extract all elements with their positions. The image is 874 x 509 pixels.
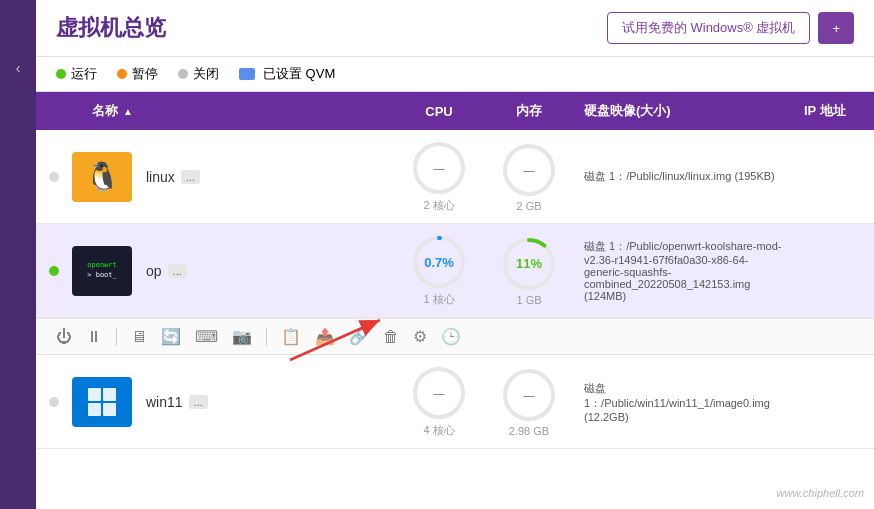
vm-disk: 磁盘 1：/Public/win11/win11_1/image0.img (1… [574, 381, 794, 423]
th-name[interactable]: 名称 ▲ [72, 92, 394, 130]
vm-name-col: linux ... [142, 169, 394, 185]
trial-button[interactable]: 试用免费的 Windows® 虚拟机 [607, 12, 811, 44]
status-running: 运行 [56, 65, 97, 83]
qvm-icon [239, 68, 255, 80]
vm-thumbnail: openwrt> boot_ [72, 246, 132, 296]
cpu-gauge: 0.7% [411, 234, 467, 290]
cpu-gauge: — [411, 140, 467, 196]
vm-mem: — 2 GB [484, 142, 574, 212]
status-qvm: 已设置 QVM [239, 65, 335, 83]
vm-mem: 11% 1 GB [484, 236, 574, 306]
table-row[interactable]: 🐧 linux ... — 2 核心 — [36, 130, 874, 224]
vm-status-dot [49, 172, 59, 182]
vm-disk: 磁盘 1：/Public/openwrt-koolshare-mod-v2.36… [574, 239, 794, 302]
export-icon[interactable]: 📤 [315, 327, 335, 346]
settings-icon[interactable]: ⚙ [413, 327, 427, 346]
th-disk[interactable]: 硬盘映像(大小) [574, 92, 794, 130]
vm-list: 🐧 linux ... — 2 核心 — [36, 130, 874, 509]
divider2 [266, 328, 267, 346]
vm-info: op ... [146, 263, 286, 279]
cpu-cores: 2 核心 [423, 198, 454, 213]
th-mem[interactable]: 内存 [484, 92, 574, 130]
running-dot [56, 69, 66, 79]
mem-gauge: — [501, 142, 557, 198]
mem-gauge: 11% [501, 236, 557, 292]
paused-dot [117, 69, 127, 79]
vm-name-col: op ... [142, 263, 394, 279]
shutdown-label: 关闭 [193, 65, 219, 83]
vm-cpu: — 4 核心 [394, 365, 484, 438]
vm-checkbox[interactable] [36, 397, 72, 407]
top-bar-actions: 试用免费的 Windows® 虚拟机 + [607, 12, 854, 44]
vm-disk: 磁盘 1：/Public/linux/linux.img (195KB) [574, 169, 794, 184]
display-icon[interactable]: 🖥 [131, 328, 147, 346]
sort-icon: ▲ [123, 106, 133, 117]
vm-checkbox[interactable] [36, 266, 72, 276]
vm-info: linux ... [146, 169, 286, 185]
vm-name: win11 [146, 394, 183, 410]
vm-info: win11 ... [146, 394, 286, 410]
delete-icon[interactable]: 🗑 [383, 328, 399, 346]
add-vm-button[interactable]: + [818, 12, 854, 44]
main-content: 虚拟机总览 试用免费的 Windows® 虚拟机 + 运行 暂停 关闭 已设置 … [36, 0, 874, 509]
keyboard-icon[interactable]: ⌨ [195, 327, 218, 346]
vm-cpu: 0.7% 1 核心 [394, 234, 484, 307]
vm-status-dot [49, 397, 59, 407]
watermark: www.chiphell.com [777, 487, 864, 499]
mem-size: 2.98 GB [509, 425, 549, 437]
status-paused: 暂停 [117, 65, 158, 83]
vm-checkbox[interactable] [36, 172, 72, 182]
qvm-label: 已设置 QVM [263, 65, 335, 83]
mem-size: 1 GB [516, 294, 541, 306]
sidebar: ‹ [0, 0, 36, 509]
vm-name: op [146, 263, 162, 279]
clock-icon[interactable]: 🕒 [441, 327, 461, 346]
snapshot-icon[interactable]: 📷 [232, 327, 252, 346]
th-cpu[interactable]: CPU [394, 94, 484, 129]
running-label: 运行 [71, 65, 97, 83]
table-row[interactable]: openwrt> boot_ op ... 0.7% 1 核心 [36, 224, 874, 318]
copy-icon[interactable]: 📋 [281, 327, 301, 346]
table-header: 名称 ▲ CPU 内存 硬盘映像(大小) IP 地址 [36, 92, 874, 130]
pause-icon[interactable]: ⏸ [86, 328, 102, 346]
refresh-icon[interactable]: 🔄 [161, 327, 181, 346]
vm-status-dot [49, 266, 59, 276]
vm-name-col: win11 ... [142, 394, 394, 410]
th-ip[interactable]: IP 地址 [794, 92, 874, 130]
cpu-gauge: — [411, 365, 467, 421]
page-title: 虚拟机总览 [56, 13, 166, 43]
vm-toolbar: ⏻⏸🖥🔄⌨📷📋📤🔗🗑⚙🕒 [36, 318, 874, 355]
vm-tag[interactable]: ... [189, 395, 208, 409]
vm-thumbnail: 🐧 [72, 152, 132, 202]
vm-cpu: — 2 核心 [394, 140, 484, 213]
vm-tag[interactable]: ... [181, 170, 200, 184]
status-legend: 运行 暂停 关闭 已设置 QVM [36, 57, 874, 92]
table-row[interactable]: win11 ... — 4 核心 — 2.98 GB 磁 [36, 355, 874, 449]
cpu-cores: 4 核心 [423, 423, 454, 438]
vm-mem: — 2.98 GB [484, 367, 574, 437]
power-icon[interactable]: ⏻ [56, 328, 72, 346]
top-bar: 虚拟机总览 试用免费的 Windows® 虚拟机 + [36, 0, 874, 57]
vm-tag[interactable]: ... [168, 264, 187, 278]
status-shutdown: 关闭 [178, 65, 219, 83]
vm-name: linux [146, 169, 175, 185]
paused-label: 暂停 [132, 65, 158, 83]
sidebar-collapse-icon[interactable]: ‹ [16, 60, 21, 76]
vm-thumbnail [72, 377, 132, 427]
shutdown-dot [178, 69, 188, 79]
cpu-cores: 1 核心 [423, 292, 454, 307]
mem-size: 2 GB [516, 200, 541, 212]
add-icon: + [832, 21, 840, 36]
divider [116, 328, 117, 346]
share-icon[interactable]: 🔗 [349, 327, 369, 346]
mem-gauge: — [501, 367, 557, 423]
